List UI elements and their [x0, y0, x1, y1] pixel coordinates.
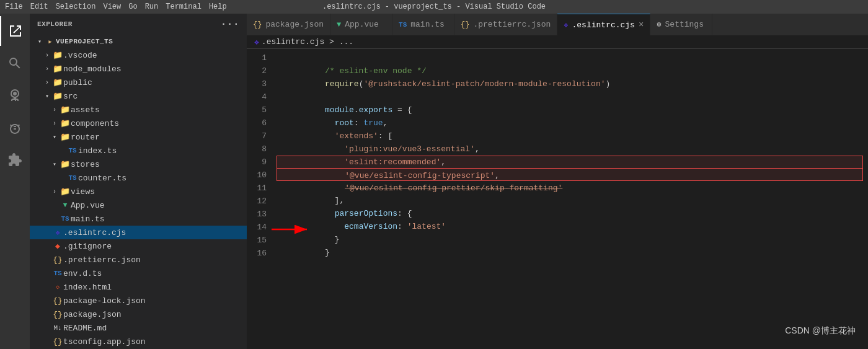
folder-icon: 📁: [60, 105, 71, 115]
tree-item-counter-ts[interactable]: TS counter.ts: [30, 171, 247, 185]
folder-icon: 📁: [60, 187, 71, 197]
arrow-icon: ▾: [35, 38, 45, 45]
folder-icon: 📁: [60, 132, 71, 142]
tree-item-vueproject[interactable]: ▾ ▸ VUEPROJECT_TS: [30, 35, 247, 48]
tree-item-vscode[interactable]: › 📁 .vscode: [30, 48, 247, 62]
tab-close-icon[interactable]: ×: [639, 20, 644, 30]
json-icon: {}: [52, 310, 63, 319]
code-line-7: 'plugin:vue/vue3-essential',: [277, 130, 863, 143]
tree-item-package-lock[interactable]: {} package-lock.json: [30, 294, 247, 307]
md-icon: M↓: [52, 324, 63, 332]
code-line-4: module.exports = {: [277, 91, 863, 104]
json-icon: {}: [52, 296, 63, 306]
tree-item-views[interactable]: › 📁 views: [30, 185, 247, 198]
tree-item-index-ts[interactable]: TS index.ts: [30, 144, 247, 157]
tree-item-readme[interactable]: M↓ README.md: [30, 321, 247, 335]
menu-help[interactable]: Help: [209, 2, 227, 11]
json-icon: {}: [52, 337, 63, 347]
tree-label: .eslintrc.cjs: [63, 228, 247, 237]
titlebar-menus[interactable]: File Edit Selection View Go Run Terminal…: [5, 2, 227, 11]
editor-area: {} package.json ▼ App.vue TS main.ts {} …: [247, 14, 868, 349]
line-num-9: 9: [247, 156, 267, 169]
code-content[interactable]: /* eslint-env node */ require('@rushstac…: [272, 49, 868, 349]
folder-icon: 📁: [52, 91, 63, 101]
explorer-label: EXPLORER: [37, 20, 73, 28]
code-line-2: require('@rushstack/eslint-patch/modern-…: [277, 64, 863, 77]
tree-item-gitignore[interactable]: ◆ .gitignore: [30, 239, 247, 253]
arrow-icon: ›: [42, 79, 52, 86]
menu-terminal[interactable]: Terminal: [166, 2, 202, 11]
tree-item-package-json[interactable]: {} package.json: [30, 307, 247, 321]
arrow-icon: ▾: [50, 133, 60, 141]
tree-label: views: [71, 187, 247, 197]
tree-label: tsconfig.app.json: [63, 337, 247, 347]
code-line-3: [277, 77, 863, 91]
arrow-icon: ▾: [42, 92, 52, 100]
vue-icon: ▼: [60, 201, 71, 209]
tree-item-prettierrc[interactable]: {} .prettierrc.json: [30, 253, 247, 267]
sidebar-header: EXPLORER ···: [30, 14, 247, 35]
menu-run[interactable]: Run: [145, 2, 159, 11]
ts-icon: TS: [67, 147, 78, 154]
tree-item-public[interactable]: › 📁 public: [30, 76, 247, 89]
activity-search[interactable]: [0, 48, 30, 78]
tree-label: stores: [71, 160, 247, 169]
line-num-15: 15: [247, 234, 267, 247]
tree-item-components[interactable]: › 📁 components: [30, 117, 247, 130]
code-line-12: parserOptions: {: [277, 194, 863, 207]
tab-eslintrc[interactable]: ❖ .eslintrc.cjs ×: [557, 14, 650, 35]
line-num-5: 5: [247, 104, 267, 117]
tree-item-tsconfig[interactable]: {} tsconfig.app.json: [30, 335, 247, 348]
tab-app-vue[interactable]: ▼ App.vue: [330, 14, 392, 35]
breadcrumb-path: .eslintrc.cjs > ...: [262, 37, 353, 46]
tree-label: README.md: [63, 324, 247, 333]
tree-item-src[interactable]: ▾ 📁 src: [30, 89, 247, 103]
code-line-13: ecmaVersion: 'latest': [277, 207, 863, 220]
arrow-icon: ›: [50, 107, 60, 113]
ts-icon: TS: [60, 215, 71, 223]
menu-go[interactable]: Go: [128, 2, 137, 11]
activity-extensions[interactable]: [0, 145, 30, 175]
activity-explorer[interactable]: [0, 16, 30, 46]
tree-label: router: [71, 133, 247, 142]
line-num-4: 4: [247, 91, 267, 104]
tabs-bar: {} package.json ▼ App.vue TS main.ts {} …: [247, 14, 868, 35]
tab-main-ts[interactable]: TS main.ts: [392, 14, 454, 35]
arrow-icon: ›: [50, 120, 60, 127]
tree-item-index-html[interactable]: ◇ index.html: [30, 280, 247, 294]
menu-file[interactable]: File: [5, 2, 23, 11]
tree-item-eslintrc[interactable]: ❖ .eslintrc.cjs: [30, 226, 247, 239]
tab-settings[interactable]: ⚙ Settings: [650, 14, 712, 35]
tree-item-main-ts[interactable]: TS main.ts: [30, 212, 247, 226]
tree-item-assets[interactable]: › 📁 assets: [30, 103, 247, 117]
code-line-8: 'eslint:recommended',: [277, 143, 863, 156]
tree-label: components: [71, 119, 247, 128]
activity-source-control[interactable]: [0, 81, 30, 110]
code-line-6: 'extends': [: [277, 117, 863, 130]
ts-icon: TS: [67, 174, 78, 182]
tree-item-env-dts[interactable]: TS env.d.ts: [30, 267, 247, 280]
folder-icon: ▸: [45, 37, 56, 46]
tab-package-json[interactable]: {} package.json: [247, 14, 330, 35]
arrow-icon: ›: [50, 188, 60, 195]
tree-label: src: [63, 92, 247, 101]
menu-edit[interactable]: Edit: [30, 2, 48, 11]
tab-prettierrc[interactable]: {} .prettierrc.json: [454, 14, 557, 35]
tree-label: main.ts: [71, 214, 247, 224]
tree-item-router[interactable]: ▾ 📁 router: [30, 130, 247, 144]
activity-bar: [0, 14, 30, 349]
tree-item-stores[interactable]: ▾ 📁 stores: [30, 157, 247, 171]
tree-item-node-modules[interactable]: › 📁 node_modules: [30, 62, 247, 76]
tree-item-app-vue[interactable]: ▼ App.vue: [30, 198, 247, 212]
tree-label: VUEPROJECT_TS: [56, 38, 247, 45]
menu-view[interactable]: View: [103, 2, 121, 11]
git-icon: ◆: [52, 241, 63, 251]
activity-run-debug[interactable]: [0, 113, 30, 143]
tree-label: package.json: [63, 310, 247, 319]
code-line-1: /* eslint-env node */: [277, 51, 863, 64]
line-num-3: 3: [247, 77, 267, 91]
code-editor[interactable]: 1 2 3 4 5 6 7 8 9 10 11 12 13 14 15 16: [247, 49, 868, 349]
menu-selection[interactable]: Selection: [56, 2, 96, 11]
sidebar-more-button[interactable]: ···: [221, 19, 239, 30]
tree-label: counter.ts: [78, 174, 247, 183]
